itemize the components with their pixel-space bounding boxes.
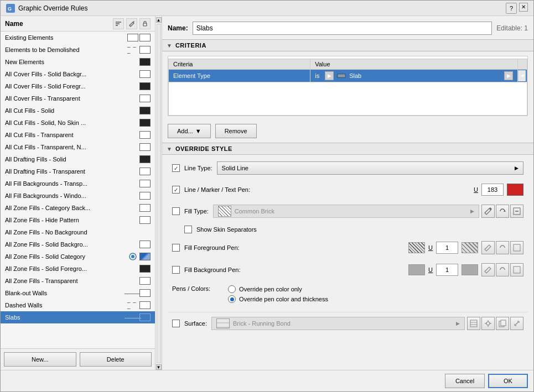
- fg-pen-number[interactable]: 1: [436, 242, 458, 254]
- list-item[interactable]: All Zone Fills - Solid Foregro...: [1, 263, 155, 275]
- criteria-row[interactable]: Element Type is ▶ S: [169, 70, 527, 82]
- list-item[interactable]: Dashed Walls – – –: [1, 299, 155, 311]
- item-indicator: ———: [127, 289, 151, 297]
- bg-more-icon[interactable]: [510, 263, 523, 276]
- value-cell: is ▶ Slab ▶: [310, 70, 518, 82]
- line-type-value: Solid Line: [222, 165, 248, 171]
- i2: [139, 216, 151, 224]
- i2: [139, 313, 151, 321]
- i1: [127, 241, 138, 248]
- item-indicator: [127, 180, 151, 187]
- surface-dropdown[interactable]: Brick - Running Bond ▶: [211, 317, 465, 330]
- surface-texture-icon[interactable]: [467, 317, 480, 330]
- list-item[interactable]: All Fill Backgrounds - Transp...: [1, 177, 155, 190]
- surface-link-icon[interactable]: [510, 317, 523, 330]
- list-item[interactable]: All Drafting Fills - Solid: [1, 153, 155, 165]
- list-item[interactable]: All Cover Fills - Transparent: [1, 92, 155, 104]
- i2: [139, 204, 151, 212]
- line-marker-pen-checkbox[interactable]: [172, 186, 180, 194]
- indicator-box2: [139, 46, 151, 54]
- list-item[interactable]: All Zone Fills - Transparent: [1, 275, 155, 287]
- list-item[interactable]: All Cover Fills - Solid Backgr...: [1, 68, 155, 80]
- override-title: OVERRIDE STYLE: [175, 145, 232, 152]
- list-item[interactable]: All Fill Backgrounds - Windo...: [1, 190, 155, 202]
- edit-icon[interactable]: [126, 18, 137, 29]
- list-item[interactable]: All Zone Fills - Solid Backgro...: [1, 238, 155, 250]
- scroll-down[interactable]: ▼: [156, 364, 162, 370]
- delete-button[interactable]: Delete: [80, 352, 152, 367]
- lock-icon[interactable]: [139, 18, 151, 29]
- fill-type-checkbox[interactable]: [172, 207, 180, 215]
- fg-edit-icon[interactable]: [481, 241, 495, 254]
- list-item[interactable]: All Zone Fills - Solid Category: [1, 250, 155, 263]
- rules-list[interactable]: Existing Elements Elements to be Demolis…: [1, 32, 155, 348]
- list-item[interactable]: All Cut Fills - Solid, No Skin ...: [1, 117, 155, 129]
- operator-arrow[interactable]: ▶: [325, 71, 334, 80]
- surface-copy-icon[interactable]: [496, 317, 509, 330]
- item-indicator: [127, 58, 151, 66]
- title-bar: G Graphic Override Rules ? ✕: [1, 1, 533, 16]
- pens-radio-1[interactable]: [228, 285, 236, 293]
- list-item[interactable]: All Zone Fills - Hide Pattern: [1, 214, 155, 226]
- list-item[interactable]: Existing Elements: [1, 32, 155, 44]
- list-item[interactable]: Blank-out Walls ———: [1, 287, 155, 299]
- circle-indicator: [127, 252, 138, 261]
- fill-fg-pen-checkbox[interactable]: [172, 244, 180, 252]
- fill-rotate-icon[interactable]: [496, 205, 509, 218]
- scroll-col: [518, 59, 527, 70]
- remove-button[interactable]: Remove: [215, 124, 257, 138]
- fg-icon-group: [481, 241, 523, 254]
- pens-option-1: Override pen color only: [228, 285, 328, 293]
- list-item[interactable]: All Cut Fills - Transparent, N...: [1, 141, 155, 153]
- show-skin-row: Show Skin Separators: [168, 224, 528, 234]
- fill-type-row: Fill Type: Common Brick ▶: [168, 202, 528, 220]
- fill-edit-icon[interactable]: [481, 205, 495, 218]
- list-item-slabs[interactable]: Slabs ———: [1, 311, 155, 323]
- value-col-header: Value: [310, 59, 518, 70]
- fg-rotate-icon[interactable]: [496, 241, 509, 254]
- left-scrollbar[interactable]: ▲ ▼: [155, 16, 162, 370]
- pens-radio-2[interactable]: [228, 295, 236, 303]
- i1: [127, 131, 138, 139]
- fg-more-icon[interactable]: [510, 241, 523, 254]
- sort-icon[interactable]: [113, 18, 124, 29]
- bg-pen-number[interactable]: 1: [436, 264, 458, 276]
- svg-point-18: [486, 322, 490, 325]
- fill-type-dropdown[interactable]: Common Brick ▶: [213, 205, 479, 218]
- surface-settings-icon[interactable]: [481, 317, 495, 330]
- list-item[interactable]: All Cut Fills - Transparent: [1, 129, 155, 141]
- item-label: All Fill Backgrounds - Windo...: [5, 192, 125, 199]
- fill-bg-swatch[interactable]: [462, 264, 478, 275]
- fill-fg-pen-control: U 1: [244, 241, 523, 254]
- list-item[interactable]: All Zone Fills - Category Back...: [1, 202, 155, 214]
- line-type-checkbox[interactable]: [172, 164, 180, 172]
- surface-dropdown-arrow: ▶: [456, 321, 460, 326]
- fill-fg-swatch[interactable]: [462, 242, 478, 253]
- add-button[interactable]: Add... ▼: [168, 124, 211, 138]
- cancel-button[interactable]: Cancel: [445, 374, 485, 388]
- bg-rotate-icon[interactable]: [496, 263, 509, 276]
- list-item[interactable]: All Drafting Fills - Transparent: [1, 165, 155, 177]
- list-item[interactable]: All Cut Fills - Solid: [1, 104, 155, 117]
- fill-dropdown-arrow: ▶: [470, 208, 474, 214]
- help-button[interactable]: ?: [506, 3, 517, 14]
- list-item[interactable]: Elements to be Demolished – – –: [1, 44, 155, 56]
- list-item[interactable]: New Elements: [1, 56, 155, 68]
- fill-bg-pen-checkbox[interactable]: [172, 266, 180, 274]
- list-item[interactable]: All Cover Fills - Solid Foregr...: [1, 80, 155, 92]
- item-label: New Elements: [5, 59, 125, 65]
- line-type-dropdown[interactable]: Solid Line ▶: [217, 161, 523, 175]
- name-input[interactable]: [193, 22, 492, 35]
- close-button[interactable]: ✕: [519, 3, 528, 12]
- list-item[interactable]: All Zone Fills - No Background: [1, 226, 155, 238]
- show-skin-checkbox[interactable]: [184, 226, 192, 233]
- new-button[interactable]: New...: [4, 352, 76, 367]
- surface-checkbox[interactable]: [172, 320, 180, 327]
- color-swatch[interactable]: [507, 184, 523, 196]
- bg-edit-icon[interactable]: [481, 263, 495, 276]
- scroll-up[interactable]: ▲: [156, 17, 162, 23]
- ok-button[interactable]: OK: [488, 374, 528, 388]
- pen-number[interactable]: 183: [481, 184, 504, 196]
- fill-more-icon[interactable]: [510, 205, 523, 218]
- value-arrow[interactable]: ▶: [504, 71, 513, 80]
